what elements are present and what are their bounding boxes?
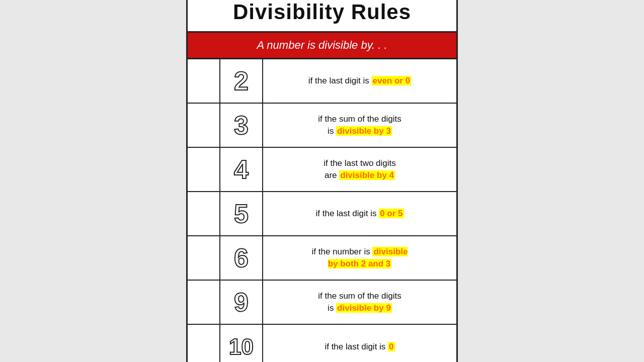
rule-col-6: if the number is divisibleby both 2 and … [263, 236, 456, 280]
highlight-4: divisible by 4 [339, 170, 395, 180]
rule-text-5: if the last digit is 0 or 5 [315, 208, 404, 220]
highlight-6: divisibleby both 2 and 3 [328, 247, 408, 268]
rule-col-2: if the last digit is even or 0 [263, 59, 456, 103]
title-row: Divisibility Rules [188, 0, 456, 33]
rule-text-3: if the sum of the digitsis divisible by … [318, 113, 401, 137]
highlight-5: 0 or 5 [379, 209, 404, 218]
number-2: 2 [234, 68, 249, 94]
number-6: 6 [234, 245, 249, 271]
number-4: 4 [234, 156, 249, 183]
left-spacer-3 [188, 104, 220, 147]
rule-row-3: 3 if the sum of the digitsis divisible b… [188, 104, 456, 148]
rule-row-10: 10 if the last digit is 0 [188, 325, 456, 362]
number-col-5: 5 [220, 192, 263, 235]
rule-text-4: if the last two digitsare divisible by 4 [324, 157, 396, 182]
left-spacer-5 [188, 192, 220, 235]
left-spacer-2 [188, 59, 220, 103]
rule-text-10: if the last digit is 0 [325, 341, 394, 353]
rule-text-6: if the number is divisibleby both 2 and … [312, 246, 408, 270]
rule-col-9: if the sum of the digitsis divisible by … [263, 281, 456, 324]
highlight-9: divisible by 9 [336, 303, 392, 313]
divisibility-rules-table: Divisibility Rules A number is divisible… [186, 0, 458, 362]
rule-row-6: 6 if the number is divisibleby both 2 an… [188, 236, 456, 281]
number-col-4: 4 [220, 148, 263, 191]
header-text: A number is divisible by. . . [257, 39, 387, 51]
rule-col-5: if the last digit is 0 or 5 [263, 192, 456, 235]
left-spacer-9 [188, 281, 220, 324]
number-10: 10 [229, 336, 254, 358]
rule-row-5: 5 if the last digit is 0 or 5 [188, 192, 456, 236]
rule-row-2: 2 if the last digit is even or 0 [188, 59, 456, 104]
rule-text-2: if the last digit is even or 0 [308, 75, 411, 87]
header-row: A number is divisible by. . . [188, 33, 456, 59]
rule-row-4: 4 if the last two digitsare divisible by… [188, 148, 456, 192]
rule-row-9: 9 if the sum of the digitsis divisible b… [188, 281, 456, 325]
number-9: 9 [234, 289, 249, 315]
rule-col-3: if the sum of the digitsis divisible by … [263, 104, 456, 147]
number-col-3: 3 [220, 104, 263, 147]
highlight-2: even or 0 [372, 76, 412, 85]
left-spacer-10 [188, 325, 220, 362]
page-title: Divisibility Rules [233, 0, 411, 24]
number-5: 5 [234, 201, 249, 227]
rule-col-4: if the last two digitsare divisible by 4 [263, 148, 456, 191]
number-col-9: 9 [220, 281, 263, 324]
number-col-6: 6 [220, 236, 263, 280]
left-spacer-6 [188, 236, 220, 280]
number-col-10: 10 [220, 325, 263, 362]
highlight-10: 0 [388, 342, 394, 351]
number-3: 3 [234, 112, 249, 138]
rule-col-10: if the last digit is 0 [263, 325, 456, 362]
highlight-3: divisible by 3 [336, 126, 392, 136]
rule-text-9: if the sum of the digitsis divisible by … [318, 290, 401, 314]
left-spacer-4 [188, 148, 220, 191]
number-col-2: 2 [220, 59, 263, 103]
